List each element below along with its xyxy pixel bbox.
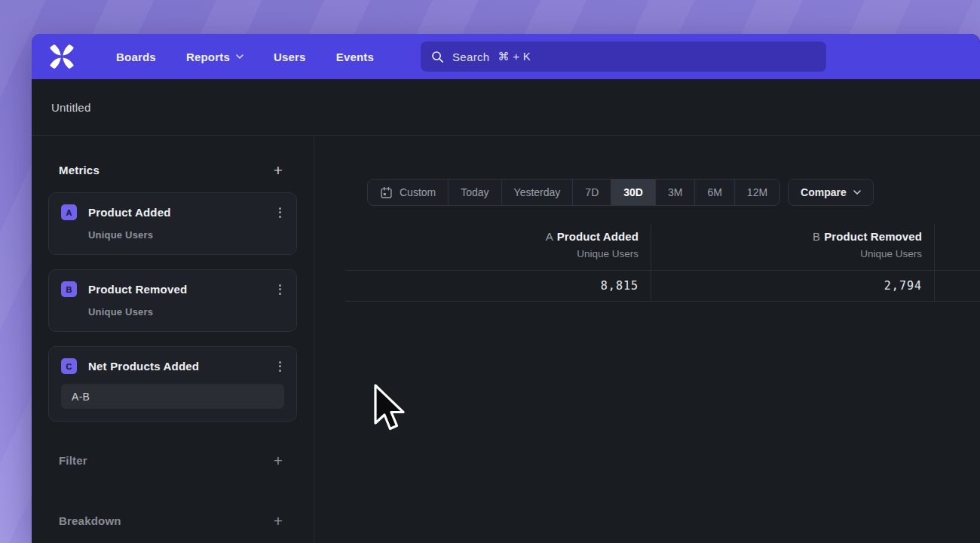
kebab-menu-icon[interactable]: [276, 360, 284, 373]
filter-label: Filter: [59, 454, 87, 467]
nav-item-label: Events: [336, 51, 374, 63]
table-row-spacer: [314, 271, 345, 302]
breakdown-label: Breakdown: [59, 514, 121, 527]
date-toolbar: Custom Today Yesterday 7D 30D 3M 6M 12M …: [367, 179, 980, 206]
top-nav: Boards Reports Users Events Search ⌘ + K: [32, 34, 980, 79]
date-range-label: 7D: [585, 186, 599, 198]
date-range-label: 3M: [668, 186, 682, 198]
chevron-down-icon: [853, 190, 861, 195]
metric-badge: A: [61, 204, 77, 220]
metric-name: Net Products Added: [88, 360, 276, 373]
app-window: Boards Reports Users Events Search ⌘ + K: [32, 34, 980, 543]
date-range-label: 30D: [623, 186, 643, 198]
metric-badge: C: [61, 358, 77, 374]
date-range-label: Custom: [400, 186, 436, 198]
date-range-label: 6M: [707, 186, 721, 198]
date-range-12m[interactable]: 12M: [735, 179, 779, 205]
metrics-title: Metrics: [59, 164, 100, 176]
nav-item-label: Boards: [116, 51, 156, 63]
table-cell-a[interactable]: 8,815: [345, 271, 651, 302]
nav-item-reports[interactable]: Reports: [186, 51, 243, 63]
table-header-col-a[interactable]: AProduct Added Unique Users: [345, 224, 651, 271]
add-filter-button[interactable]: +: [274, 452, 283, 468]
column-prefix: A: [546, 230, 553, 243]
metric-measure[interactable]: Unique Users: [88, 306, 284, 318]
table-cell-partial: [935, 271, 980, 302]
filter-section: Filter +: [32, 452, 314, 468]
metric-card-a[interactable]: A Product Added Unique Users: [48, 192, 297, 255]
column-title: Product Added: [557, 230, 639, 243]
nav-item-label: Reports: [186, 51, 230, 63]
column-subtitle: Unique Users: [577, 248, 639, 259]
metric-badge: B: [61, 281, 77, 297]
column-title: Product Removed: [824, 230, 922, 243]
formula-input[interactable]: A-B: [61, 384, 284, 409]
metrics-header: Metrics +: [32, 161, 314, 178]
results-panel: Custom Today Yesterday 7D 30D 3M 6M 12M …: [314, 136, 980, 543]
breakdown-section: Breakdown +: [32, 512, 314, 529]
metric-measure[interactable]: Unique Users: [88, 229, 284, 241]
mixpanel-logo-icon[interactable]: [48, 43, 75, 70]
table-header-col-partial: [935, 224, 980, 271]
chevron-down-icon: [236, 54, 243, 59]
report-title[interactable]: Untitled: [51, 101, 90, 114]
kebab-menu-icon[interactable]: [276, 283, 284, 296]
table-header-spacer: [314, 224, 345, 271]
table-header-col-b[interactable]: BProduct Removed Unique Users: [651, 224, 935, 271]
query-sidebar: Metrics + A Product Added Unique Users B…: [32, 136, 314, 543]
search-icon: [431, 51, 444, 63]
date-range-label: 12M: [747, 186, 767, 198]
search-shortcut: ⌘ + K: [498, 50, 531, 63]
metric-name: Product Added: [88, 206, 276, 219]
column-subtitle: Unique Users: [860, 248, 922, 259]
calendar-icon: [380, 186, 393, 199]
date-range-6m[interactable]: 6M: [695, 179, 734, 205]
nav-item-boards[interactable]: Boards: [116, 51, 156, 63]
date-range-yesterday[interactable]: Yesterday: [502, 179, 574, 205]
date-range-custom[interactable]: Custom: [368, 179, 449, 205]
metric-card-c[interactable]: C Net Products Added A-B: [48, 346, 297, 422]
breadcrumb-bar: Untitled: [32, 79, 980, 136]
column-prefix: B: [813, 230, 820, 243]
add-breakdown-button[interactable]: +: [274, 513, 283, 529]
date-range-label: Today: [461, 186, 488, 198]
search-input[interactable]: Search ⌘ + K: [421, 41, 826, 72]
table-cell-b[interactable]: 2,794: [651, 271, 935, 302]
date-range-3m[interactable]: 3M: [656, 179, 695, 205]
date-range-7d[interactable]: 7D: [573, 179, 611, 205]
search-placeholder: Search: [452, 51, 489, 63]
metric-card-b[interactable]: B Product Removed Unique Users: [48, 269, 297, 332]
date-range-selector: Custom Today Yesterday 7D 30D 3M 6M 12M: [367, 179, 780, 206]
kebab-menu-icon[interactable]: [276, 206, 284, 219]
results-table: AProduct Added Unique Users BProduct Rem…: [314, 224, 980, 302]
nav-item-events[interactable]: Events: [336, 51, 374, 63]
metric-name: Product Removed: [88, 283, 276, 296]
compare-label: Compare: [801, 186, 847, 198]
nav-item-label: Users: [274, 51, 306, 63]
add-metric-button[interactable]: +: [274, 162, 283, 178]
nav-links: Boards Reports Users Events: [116, 51, 374, 63]
compare-button[interactable]: Compare: [788, 179, 874, 206]
date-range-label: Yesterday: [514, 186, 561, 198]
date-range-30d-selected[interactable]: 30D: [611, 179, 656, 205]
nav-item-users[interactable]: Users: [274, 51, 306, 63]
date-range-today[interactable]: Today: [449, 179, 501, 205]
